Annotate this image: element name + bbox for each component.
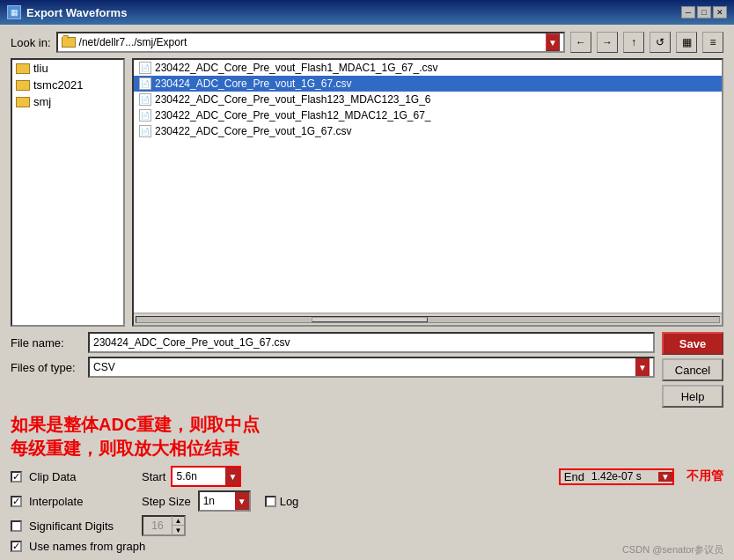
file-name: 230422_ADC_Core_Pre_vout_1G_67.csv: [155, 125, 351, 137]
folder-label: tsmc2021: [33, 78, 83, 92]
scrollbar: [134, 313, 722, 325]
files-type-arrow[interactable]: ▼: [635, 358, 650, 376]
forward-button[interactable]: →: [597, 32, 618, 53]
start-end-area: Start ▼ End ▼ 不用管: [142, 466, 723, 487]
end-value-input[interactable]: [588, 470, 658, 483]
files-type-label: Files of type:: [11, 361, 81, 374]
minimize-button[interactable]: ─: [681, 6, 695, 18]
spinner-down[interactable]: ▼: [172, 526, 184, 535]
folder-icon: [16, 97, 30, 107]
title-bar-left: ▦ Export Waveforms: [7, 5, 127, 19]
start-dropdown-button[interactable]: ▼: [225, 468, 239, 485]
clip-data-checkbox[interactable]: [11, 471, 22, 483]
significant-digits-checkbox[interactable]: [11, 520, 22, 532]
file-name: 230422_ADC_Core_Pre_vout_Flash1_MDAC1_1G…: [155, 62, 438, 74]
annotation-line2: 每级重建，则取放大相位结束: [11, 437, 723, 461]
look-in-path: /net/dellr7.../smj/Export: [79, 36, 542, 48]
use-names-label: Use names from graph: [29, 540, 145, 553]
file-item-0[interactable]: 📄 230422_ADC_Core_Pre_vout_Flash1_MDAC1_…: [134, 60, 722, 76]
file-name-input[interactable]: [88, 332, 655, 353]
list-view-button[interactable]: ▦: [676, 32, 697, 53]
browser-area: tliu tsmc2021 smj 📄 230422_ADC_Core_Pre_…: [11, 58, 723, 327]
title-bar: ▦ Export Waveforms ─ □ ✕: [0, 0, 734, 25]
file-name-label: File name:: [11, 336, 81, 350]
file-rows: File name: Files of type: CSV ▼: [11, 332, 655, 378]
step-size-label: Step Size: [142, 495, 191, 508]
cancel-button[interactable]: Cancel: [662, 358, 723, 381]
window-controls: ─ □ ✕: [681, 6, 727, 18]
refresh-button[interactable]: ↺: [650, 32, 671, 53]
app-icon: ▦: [7, 5, 21, 19]
log-checkbox[interactable]: [265, 496, 276, 507]
file-icon: 📄: [139, 62, 151, 74]
use-names-checkbox[interactable]: [11, 541, 22, 552]
clip-data-label: Clip Data: [29, 470, 135, 483]
maximize-button[interactable]: □: [697, 6, 711, 18]
significant-digits-spinner[interactable]: 16 ▲ ▼: [142, 515, 186, 536]
help-button[interactable]: Help: [662, 385, 723, 408]
dialog-body: Look in: /net/dellr7.../smj/Export ▼ ← →…: [0, 25, 734, 560]
scrollbar-track[interactable]: [136, 316, 720, 323]
file-icon: 📄: [139, 93, 151, 106]
options-area: Clip Data Start ▼ End ▼ 不用管 Interpolate: [11, 466, 723, 553]
folder-item-smj[interactable]: smj: [12, 93, 123, 110]
step-size-input[interactable]: [200, 492, 235, 510]
title-text: Export Waveforms: [26, 6, 127, 19]
spinner-arrows[interactable]: ▲ ▼: [172, 516, 184, 535]
detail-view-button[interactable]: ≡: [702, 32, 723, 53]
file-item-4[interactable]: 📄 230422_ADC_Core_Pre_vout_1G_67.csv: [134, 123, 722, 139]
folder-item-tsmc2021[interactable]: tsmc2021: [12, 77, 123, 93]
file-item-1[interactable]: 📄 230424_ADC_Core_Pre_vout_1G_67.csv: [134, 76, 722, 92]
spinner-up[interactable]: ▲: [172, 516, 184, 526]
use-names-row: Use names from graph: [11, 540, 723, 553]
files-type-row: Files of type: CSV ▼: [11, 357, 655, 378]
log-wrap: Log: [265, 495, 299, 508]
start-label: Start: [142, 470, 165, 483]
folder-label: tliu: [33, 62, 48, 75]
interpolate-label: Interpolate: [29, 495, 135, 508]
log-label: Log: [280, 495, 299, 508]
folder-icon: [16, 63, 30, 74]
look-in-combo[interactable]: /net/dellr7.../smj/Export ▼: [56, 32, 565, 53]
right-btns: Save Cancel Help: [662, 332, 723, 408]
significant-digits-value: 16: [143, 519, 172, 532]
file-name: 230424_ADC_Core_Pre_vout_1G_67.csv: [155, 77, 351, 90]
interpolate-row: Interpolate Step Size ▼ Log: [11, 490, 723, 512]
clip-data-row: Clip Data Start ▼ End ▼ 不用管: [11, 466, 723, 487]
file-rows-and-btns: File name: Files of type: CSV ▼ Save Can…: [11, 332, 723, 408]
file-list-inner: 📄 230422_ADC_Core_Pre_vout_Flash1_MDAC1_…: [134, 60, 722, 313]
file-item-2[interactable]: 📄 230422_ADC_Core_Pre_vout_Flash123_MDAC…: [134, 92, 722, 107]
end-label: End: [561, 470, 588, 483]
end-area: End ▼: [559, 468, 674, 485]
file-item-3[interactable]: 📄 230422_ADC_Core_Pre_vout_Flash12_MDAC1…: [134, 107, 722, 123]
folder-icon: [62, 37, 76, 48]
file-name-row: File name:: [11, 332, 655, 353]
start-value-input[interactable]: [172, 468, 225, 485]
start-value-combo[interactable]: ▼: [171, 466, 241, 487]
significant-digits-label: Significant Digits: [29, 519, 135, 533]
files-type-combo[interactable]: CSV ▼: [88, 357, 655, 378]
annotation-area: 如果是整体ADC重建，则取中点 每级重建，则取放大相位结束: [11, 413, 723, 461]
file-icon: 📄: [139, 109, 151, 122]
file-name: 230422_ADC_Core_Pre_vout_Flash12_MDAC12_…: [155, 109, 431, 122]
interpolate-checkbox[interactable]: [11, 496, 22, 507]
step-dropdown-button[interactable]: ▼: [235, 492, 249, 510]
up-button[interactable]: ↑: [623, 32, 644, 53]
folder-icon: [16, 80, 30, 91]
folder-item-tliu[interactable]: tliu: [12, 60, 123, 77]
close-button[interactable]: ✕: [713, 6, 727, 18]
back-button[interactable]: ←: [570, 32, 591, 53]
file-icon: 📄: [139, 125, 151, 137]
save-button[interactable]: Save: [662, 332, 723, 355]
annotation-line1: 如果是整体ADC重建，则取中点: [11, 413, 723, 437]
scrollbar-thumb[interactable]: [312, 317, 428, 322]
end-annotation: 不用管: [686, 468, 723, 484]
look-in-dropdown-button[interactable]: ▼: [546, 33, 560, 51]
file-name: 230422_ADC_Core_Pre_vout_Flash123_MDAC12…: [155, 93, 431, 106]
significant-digits-row: Significant Digits 16 ▲ ▼: [11, 515, 723, 536]
file-list: 📄 230422_ADC_Core_Pre_vout_Flash1_MDAC1_…: [132, 58, 723, 327]
folder-list: tliu tsmc2021 smj: [11, 58, 125, 327]
look-in-row: Look in: /net/dellr7.../smj/Export ▼ ← →…: [11, 32, 723, 53]
step-size-combo[interactable]: ▼: [198, 490, 251, 512]
end-dropdown-button[interactable]: ▼: [658, 472, 672, 482]
